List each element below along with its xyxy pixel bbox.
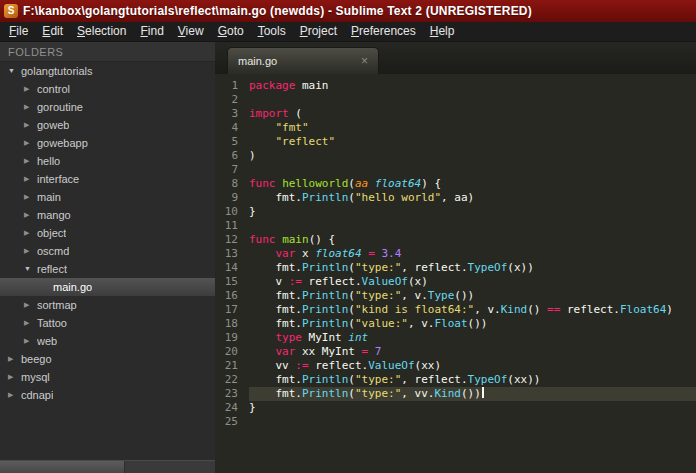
tab-main-go[interactable]: main.go ×: [227, 47, 379, 74]
menu-file[interactable]: File: [2, 22, 35, 41]
sidebar-folder-gowebapp[interactable]: ▶gowebapp: [0, 134, 215, 152]
sidebar-folder-mango[interactable]: ▶mango: [0, 206, 215, 224]
code-line-12[interactable]: 12func main() {: [215, 233, 696, 247]
editor-pane: main.go × 1package main23import (4 "fmt"…: [215, 42, 696, 473]
sidebar-folder-hello[interactable]: ▶hello: [0, 152, 215, 170]
sidebar-folder-beego[interactable]: ▶beego: [0, 350, 215, 368]
menu-help[interactable]: Help: [423, 22, 462, 41]
sidebar-folder-control[interactable]: ▶control: [0, 80, 215, 98]
expand-arrow-icon[interactable]: ▶: [22, 188, 37, 206]
sidebar-folder-mysql[interactable]: ▶mysql: [0, 368, 215, 386]
expand-arrow-icon[interactable]: ▶: [6, 350, 21, 368]
sidebar-folder-web[interactable]: ▶web: [0, 332, 215, 350]
expand-arrow-icon[interactable]: ▶: [22, 98, 37, 116]
code-line-9[interactable]: 9 fmt.Println("hello world", aa): [215, 191, 696, 205]
collapse-arrow-icon[interactable]: ▼: [6, 62, 21, 80]
code-line-11[interactable]: 11: [215, 219, 696, 233]
tree-item-label: goroutine: [37, 98, 83, 116]
expand-arrow-icon[interactable]: ▶: [22, 206, 37, 224]
expand-arrow-icon[interactable]: ▶: [22, 314, 37, 332]
code-line-20[interactable]: 20 var xx MyInt = 7: [215, 345, 696, 359]
folders-header: FOLDERS: [0, 42, 215, 62]
scrollbar-thumb[interactable]: [0, 461, 125, 473]
code-line-2[interactable]: 2: [215, 93, 696, 107]
code-line-10[interactable]: 10}: [215, 205, 696, 219]
code-line-15[interactable]: 15 v := reflect.ValueOf(x): [215, 275, 696, 289]
menu-goto[interactable]: Goto: [211, 22, 251, 41]
line-text: package main: [249, 79, 696, 93]
expand-arrow-icon[interactable]: ▶: [6, 386, 21, 404]
line-number: 17: [215, 303, 249, 317]
line-number: 14: [215, 261, 249, 275]
menu-selection[interactable]: Selection: [70, 22, 133, 41]
line-number: 1: [215, 79, 249, 93]
expand-arrow-icon[interactable]: ▶: [6, 368, 21, 386]
expand-arrow-icon[interactable]: ▶: [22, 296, 37, 314]
sidebar-folder-tattoo[interactable]: ▶Tattoo: [0, 314, 215, 332]
code-line-14[interactable]: 14 fmt.Println("type:", reflect.TypeOf(x…: [215, 261, 696, 275]
line-number: 2: [215, 93, 249, 107]
line-text: fmt.Println("value:", v.Float()): [249, 317, 696, 331]
sidebar-folder-goroutine[interactable]: ▶goroutine: [0, 98, 215, 116]
line-text: import (: [249, 107, 696, 121]
menu-preferences[interactable]: Preferences: [344, 22, 423, 41]
expand-arrow-icon[interactable]: ▶: [22, 80, 37, 98]
sublime-app-icon: S: [4, 4, 18, 18]
code-line-6[interactable]: 6): [215, 149, 696, 163]
title-bar[interactable]: S F:\kanbox\golangtutorials\reflect\main…: [0, 0, 696, 22]
line-number: 11: [215, 219, 249, 233]
code-line-25[interactable]: 25: [215, 415, 696, 429]
code-line-17[interactable]: 17 fmt.Println("kind is float64:", v.Kin…: [215, 303, 696, 317]
sidebar-horizontal-scrollbar[interactable]: [0, 460, 215, 473]
menu-tools[interactable]: Tools: [251, 22, 293, 41]
expand-arrow-icon[interactable]: ▶: [22, 332, 37, 350]
expand-arrow-icon[interactable]: ▶: [22, 116, 37, 134]
line-number: 16: [215, 289, 249, 303]
sidebar-folder-sortmap[interactable]: ▶sortmap: [0, 296, 215, 314]
code-line-23[interactable]: 23 fmt.Println("type:", vv.Kind()): [215, 387, 696, 401]
line-text: vv := reflect.ValueOf(xx): [249, 359, 696, 373]
sidebar-folder-object[interactable]: ▶object: [0, 224, 215, 242]
code-line-18[interactable]: 18 fmt.Println("value:", v.Float()): [215, 317, 696, 331]
tree-item-label: Tattoo: [37, 314, 67, 332]
tree-item-label: control: [37, 80, 70, 98]
expand-arrow-icon[interactable]: ▶: [22, 152, 37, 170]
menu-edit[interactable]: Edit: [35, 22, 70, 41]
code-line-5[interactable]: 5 "reflect": [215, 135, 696, 149]
expand-arrow-icon[interactable]: ▶: [22, 134, 37, 152]
code-line-1[interactable]: 1package main: [215, 79, 696, 93]
code-line-3[interactable]: 3import (: [215, 107, 696, 121]
tab-close-icon[interactable]: ×: [361, 54, 368, 68]
menu-find[interactable]: Find: [133, 22, 170, 41]
line-text: fmt.Println("type:", v.Type()): [249, 289, 696, 303]
sidebar-folder-oscmd[interactable]: ▶oscmd: [0, 242, 215, 260]
text-cursor: [482, 387, 484, 398]
code-line-19[interactable]: 19 type MyInt int: [215, 331, 696, 345]
line-number: 6: [215, 149, 249, 163]
code-line-4[interactable]: 4 "fmt": [215, 121, 696, 135]
code-line-16[interactable]: 16 fmt.Println("type:", v.Type()): [215, 289, 696, 303]
code-line-22[interactable]: 22 fmt.Println("type:", reflect.TypeOf(x…: [215, 373, 696, 387]
collapse-arrow-icon[interactable]: ▼: [22, 260, 37, 278]
expand-arrow-icon[interactable]: ▶: [22, 170, 37, 188]
tree-item-label: cdnapi: [21, 386, 53, 404]
code-area[interactable]: 1package main23import (4 "fmt"5 "reflect…: [215, 74, 696, 473]
sidebar-folder-interface[interactable]: ▶interface: [0, 170, 215, 188]
sublime-window: S F:\kanbox\golangtutorials\reflect\main…: [0, 0, 696, 473]
line-number: 7: [215, 163, 249, 177]
code-line-8[interactable]: 8func helloworld(aa float64) {: [215, 177, 696, 191]
sidebar-folder-main[interactable]: ▶main: [0, 188, 215, 206]
sidebar-file-main-go[interactable]: main.go: [0, 278, 215, 296]
code-line-13[interactable]: 13 var x float64 = 3.4: [215, 247, 696, 261]
sidebar-folder-golangtutorials[interactable]: ▼golangtutorials: [0, 62, 215, 80]
sidebar-folder-goweb[interactable]: ▶goweb: [0, 116, 215, 134]
sidebar-folder-cdnapi[interactable]: ▶cdnapi: [0, 386, 215, 404]
expand-arrow-icon[interactable]: ▶: [22, 224, 37, 242]
menu-view[interactable]: View: [171, 22, 211, 41]
sidebar-folder-reflect[interactable]: ▼reflect: [0, 260, 215, 278]
code-line-21[interactable]: 21 vv := reflect.ValueOf(xx): [215, 359, 696, 373]
code-line-24[interactable]: 24}: [215, 401, 696, 415]
expand-arrow-icon[interactable]: ▶: [22, 242, 37, 260]
code-line-7[interactable]: 7: [215, 163, 696, 177]
menu-project[interactable]: Project: [293, 22, 344, 41]
